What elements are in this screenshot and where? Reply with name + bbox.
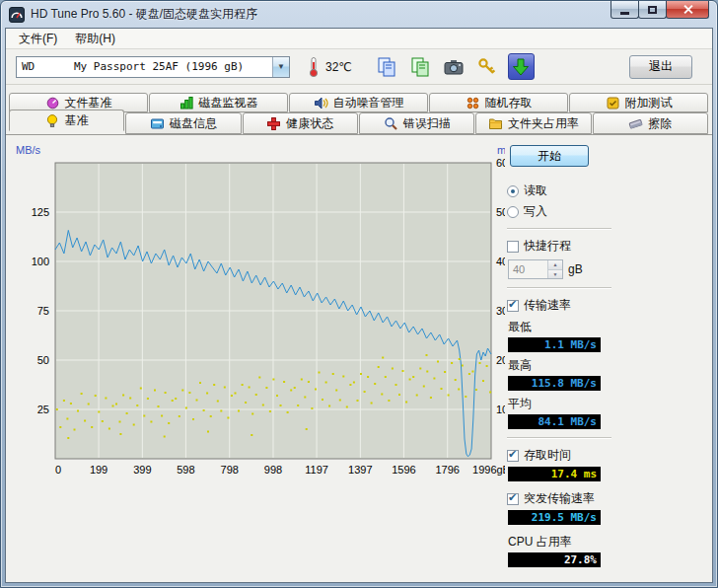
cpu-usage-value-box: 27.8% bbox=[508, 552, 601, 567]
svg-text:60: 60 bbox=[496, 157, 505, 169]
minimize-button[interactable] bbox=[610, 1, 639, 19]
file-benchmark-icon bbox=[45, 96, 60, 110]
svg-text:125: 125 bbox=[32, 206, 49, 218]
svg-text:40: 40 bbox=[496, 256, 505, 267]
burst-rate-checkbox[interactable]: 突发传输速率 bbox=[507, 490, 611, 507]
speaker-icon bbox=[314, 96, 328, 110]
access-time-checkbox[interactable]: 存取时间 bbox=[507, 447, 611, 464]
separator bbox=[507, 437, 611, 439]
chevron-down-icon[interactable]: ▼ bbox=[272, 57, 289, 77]
exit-button[interactable]: 退出 bbox=[629, 55, 692, 79]
extra-tests-icon bbox=[606, 96, 620, 110]
tab-row-bottom: 基准磁盘信息健康状态错误扫描文件夹占用率擦除 bbox=[6, 112, 712, 134]
drive-selector-value: WD My Passport 25AF (1996 gB) bbox=[17, 60, 272, 73]
svg-text:100: 100 bbox=[32, 256, 49, 267]
access-time-value: 17.4 ms bbox=[551, 468, 597, 480]
benchmark-chart: MB/sms2550751001251020304050600199399598… bbox=[10, 141, 505, 480]
copy-pages-blue-icon bbox=[376, 56, 397, 78]
temperature-indicator: 32℃ bbox=[304, 56, 352, 78]
short-stroke-label: 快捷行程 bbox=[524, 238, 571, 255]
burst-rate-value: 219.5 MB/s bbox=[532, 511, 597, 524]
tab-disk-monitor[interactable]: 磁盘监视器 bbox=[149, 93, 288, 112]
screenshot-button[interactable] bbox=[441, 53, 467, 80]
close-icon bbox=[682, 4, 693, 15]
maximize-button[interactable] bbox=[638, 1, 667, 19]
drive-selector[interactable]: WD My Passport 25AF (1996 gB) ▼ bbox=[16, 56, 290, 78]
svg-text:25: 25 bbox=[37, 404, 49, 415]
options-button[interactable] bbox=[474, 53, 501, 80]
toolbar: WD My Passport 25AF (1996 gB) ▼ 32℃ 退出 bbox=[6, 49, 712, 85]
checkbox-unchecked-icon bbox=[507, 241, 519, 253]
svg-text:1796: 1796 bbox=[435, 464, 459, 476]
temperature-value: 32℃ bbox=[325, 60, 352, 74]
svg-text:598: 598 bbox=[177, 464, 194, 476]
spin-up-button[interactable]: ▲ bbox=[548, 260, 562, 270]
tab-label: 文件基准 bbox=[65, 95, 112, 111]
svg-text:0: 0 bbox=[55, 464, 61, 476]
spin-down-button[interactable]: ▼ bbox=[548, 270, 562, 279]
svg-text:MB/s: MB/s bbox=[16, 144, 41, 156]
titlebar[interactable]: HD Tune Pro 5.60 - 硬盘/固态硬盘实用程序 bbox=[1, 1, 717, 28]
min-value: 1.1 MB/s bbox=[544, 338, 597, 351]
max-value-box: 115.8 MB/s bbox=[508, 376, 601, 391]
short-stroke-checkbox[interactable]: 快捷行程 bbox=[507, 238, 611, 255]
tab-extra-tests[interactable]: 附加测试 bbox=[569, 93, 708, 112]
tab-benchmark[interactable]: 基准 bbox=[9, 110, 124, 131]
menu-bar: 文件(F) 帮助(H) bbox=[6, 29, 712, 49]
tab-aam[interactable]: 自动噪音管理 bbox=[289, 93, 428, 112]
svg-text:ms: ms bbox=[497, 144, 505, 156]
svg-text:1996gB: 1996gB bbox=[472, 464, 505, 476]
tab-erase[interactable]: 擦除 bbox=[593, 112, 708, 134]
svg-text:1397: 1397 bbox=[348, 464, 372, 476]
svg-text:798: 798 bbox=[221, 464, 239, 476]
tab-label: 自动噪音管理 bbox=[333, 95, 404, 111]
keys-icon bbox=[476, 56, 498, 78]
health-cross-icon bbox=[266, 116, 281, 131]
svg-text:20: 20 bbox=[496, 354, 505, 366]
magnifier-icon bbox=[384, 116, 398, 131]
tab-label: 文件夹占用率 bbox=[508, 115, 579, 132]
save-results-button[interactable] bbox=[508, 53, 535, 80]
transfer-rate-label: 传输速率 bbox=[524, 297, 571, 314]
tab-label: 磁盘监视器 bbox=[199, 95, 258, 111]
tab-health[interactable]: 健康状态 bbox=[243, 112, 358, 134]
dice-icon bbox=[466, 96, 480, 110]
benchmark-page: MB/sms2550751001251020304050600199399598… bbox=[6, 134, 712, 583]
tab-random-access[interactable]: 随机存取 bbox=[429, 93, 568, 112]
short-stroke-unit-label: gB bbox=[568, 262, 583, 276]
separator bbox=[507, 228, 611, 230]
tab-label: 磁盘信息 bbox=[170, 115, 217, 132]
separator bbox=[507, 287, 611, 289]
svg-text:1596: 1596 bbox=[392, 464, 415, 476]
copy-image-button[interactable] bbox=[407, 53, 434, 80]
short-stroke-input[interactable]: 40 ▲ ▼ bbox=[508, 259, 563, 279]
menu-file[interactable]: 文件(F) bbox=[10, 29, 66, 49]
tab-disk-info[interactable]: 磁盘信息 bbox=[125, 112, 241, 134]
menu-help[interactable]: 帮助(H) bbox=[66, 29, 124, 49]
write-radio[interactable]: 写入 bbox=[507, 203, 611, 220]
svg-text:199: 199 bbox=[90, 464, 108, 476]
tab-folder-usage[interactable]: 文件夹占用率 bbox=[475, 112, 591, 134]
burst-rate-label: 突发传输速率 bbox=[524, 490, 595, 507]
tab-error-scan[interactable]: 错误扫描 bbox=[359, 112, 474, 134]
window-title: HD Tune Pro 5.60 - 硬盘/固态硬盘实用程序 bbox=[31, 6, 257, 23]
hd-tune-window: HD Tune Pro 5.60 - 硬盘/固态硬盘实用程序 文件(F) 帮助(… bbox=[0, 0, 718, 588]
tab-label: 擦除 bbox=[648, 115, 672, 132]
read-label: 读取 bbox=[524, 183, 547, 199]
toolbar-buttons bbox=[374, 53, 535, 80]
max-value: 115.8 MB/s bbox=[532, 377, 597, 390]
download-arrow-icon bbox=[510, 56, 532, 78]
svg-text:399: 399 bbox=[133, 464, 151, 476]
radio-selected-icon bbox=[507, 185, 519, 197]
svg-text:50: 50 bbox=[496, 206, 505, 218]
disk-info-icon bbox=[150, 116, 165, 131]
transfer-rate-checkbox[interactable]: 传输速率 bbox=[507, 297, 611, 314]
copy-text-button[interactable] bbox=[374, 53, 400, 80]
start-button[interactable]: 开始 bbox=[510, 145, 589, 167]
tab-label: 错误扫描 bbox=[403, 115, 451, 132]
avg-value: 84.1 MB/s bbox=[538, 415, 597, 428]
maximize-icon bbox=[648, 6, 657, 14]
camera-icon bbox=[443, 56, 465, 78]
close-button[interactable] bbox=[666, 1, 709, 19]
read-radio[interactable]: 读取 bbox=[507, 183, 611, 199]
